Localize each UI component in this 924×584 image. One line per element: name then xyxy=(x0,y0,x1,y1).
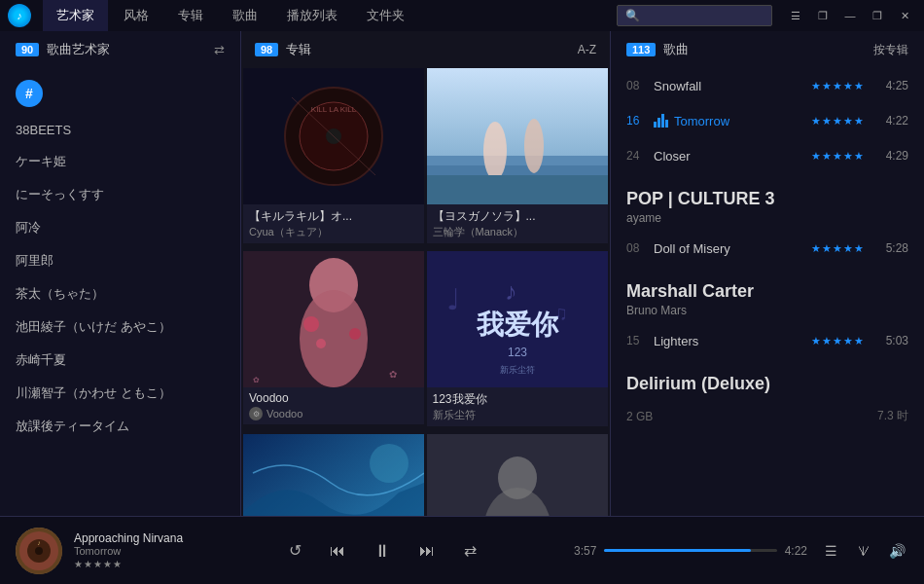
artist-name-3: 阿冷 xyxy=(16,219,41,237)
artist-item-0[interactable]: 38BEETS xyxy=(0,115,240,145)
now-playing-info: Approaching Nirvana Tomorrow ★ ★ ★ ★ ★ xyxy=(74,531,191,569)
nav-tab-song[interactable]: 歌曲 xyxy=(219,0,271,31)
equalizer-button[interactable]: ⩛ xyxy=(852,539,875,563)
song-group-marshall: Marshall Carter Bruno Mars 15 Lighters ★… xyxy=(611,270,924,358)
nav-tabs: 艺术家 风格 专辑 歌曲 播放列表 文件夹 xyxy=(43,0,609,31)
queue-button[interactable]: ☰ xyxy=(819,539,842,563)
album-cell-4[interactable] xyxy=(243,434,424,516)
artists-title: 歌曲艺术家 xyxy=(47,41,110,58)
song-group-main: 08 Snowfall ★ ★ ★ ★ ★ 4:25 16 xyxy=(611,68,924,173)
song-stars-doll: ★ ★ ★ ★ ★ xyxy=(811,242,864,255)
song-duration-doll: 5:28 xyxy=(873,241,908,255)
minimize-button[interactable]: — xyxy=(838,6,862,25)
nav-tab-folder[interactable]: 文件夹 xyxy=(353,0,418,31)
az-sort-button[interactable]: A-Z xyxy=(578,43,596,56)
artist-item-4[interactable]: 阿里郎 xyxy=(0,244,240,277)
nav-tab-playlist[interactable]: 播放列表 xyxy=(273,0,351,31)
song-item-doll[interactable]: 08 Doll of Misery ★ ★ ★ ★ ★ 5:28 xyxy=(611,231,924,266)
artist-item-2[interactable]: にーそっくすす xyxy=(0,178,240,211)
song-num-0: 08 xyxy=(626,79,654,92)
song-item-closer[interactable]: 24 Closer ★ ★ ★ ★ ★ 4:29 xyxy=(611,138,924,173)
song-name-doll: Doll of Misery xyxy=(654,241,801,256)
albums-grid: KILL LA KILL 【キルラキル】オ... Cyua（キュア） xyxy=(241,68,610,516)
artists-header: 90 歌曲艺术家 ⇄ xyxy=(0,31,240,68)
app-logo: ♪ xyxy=(8,4,31,27)
storage-label: 2 GB xyxy=(626,410,653,423)
total-time: 4:22 xyxy=(785,544,807,558)
progress-area[interactable] xyxy=(604,549,776,552)
artists-header-left: 90 歌曲艺术家 xyxy=(16,41,110,58)
song-num-lighters: 15 xyxy=(626,334,654,347)
song-group-delirium: Delirium (Deluxe) xyxy=(611,362,924,396)
svg-point-36 xyxy=(35,547,43,555)
nav-tab-album[interactable]: 专辑 xyxy=(164,0,217,31)
nav-tab-artist[interactable]: 艺术家 xyxy=(43,0,108,31)
artists-count: 90 xyxy=(16,43,39,56)
song-item-tomorrow[interactable]: 16 Tomorrow ★ ★ ★ ★ ★ 4:22 xyxy=(611,103,924,138)
artist-name-6: 池田綾子（いけだ あやこ） xyxy=(16,318,171,336)
title-bar: ♪ 艺术家 风格 专辑 歌曲 播放列表 文件夹 🔍 ☰ ❐ — ❐ ✕ xyxy=(0,0,924,31)
albums-title: 专辑 xyxy=(286,41,311,58)
song-item-snowfall[interactable]: 08 Snowfall ★ ★ ★ ★ ★ 4:25 xyxy=(611,68,924,103)
volume-button[interactable]: 🔊 xyxy=(885,539,908,563)
artist-name-2: にーそっくすす xyxy=(16,186,104,203)
artist-name-8: 川瀬智子（かわせ ともこ） xyxy=(16,384,171,402)
prev-button[interactable]: ⏮ xyxy=(324,537,351,565)
albums-panel: 98 专辑 A-Z KILL LA KILL xyxy=(241,31,611,516)
copy-button[interactable]: ❐ xyxy=(811,6,835,25)
song-stars-1: ★ ★ ★ ★ ★ xyxy=(811,115,864,128)
songs-title: 歌曲 xyxy=(663,41,689,58)
songs-header: 113 歌曲 按专辑 xyxy=(611,31,924,68)
album-section-subtitle-1: Bruno Mars xyxy=(611,304,924,323)
album-section-subtitle-0: ayame xyxy=(611,211,924,231)
albums-count: 98 xyxy=(255,43,278,56)
artist-item-6[interactable]: 池田綾子（いけだ あやこ） xyxy=(0,310,240,344)
artist-item-1[interactable]: ケーキ姫 xyxy=(0,145,240,178)
repeat-button[interactable]: ↺ xyxy=(281,537,308,565)
song-name-1: Tomorrow xyxy=(674,114,801,128)
title-bar-controls: ☰ ❐ — ❐ ✕ xyxy=(784,6,916,25)
artist-list: # 38BEETS ケーキ姫 にーそっくすす 阿冷 阿里郎 茶太（ちゃた） 池田… xyxy=(0,68,240,447)
menu-button[interactable]: ☰ xyxy=(784,6,807,25)
song-duration-lighters: 5:03 xyxy=(873,334,908,347)
artist-name-5: 茶太（ちゃた） xyxy=(16,285,104,303)
main-content: 90 歌曲艺术家 ⇄ # 38BEETS ケーキ姫 にーそっくすす 阿冷 阿里郎 xyxy=(0,31,924,516)
next-button[interactable]: ⏭ xyxy=(413,537,441,565)
artist-item-9[interactable]: 放課後ティータイム xyxy=(0,410,240,443)
album-cell-0[interactable]: KILL LA KILL 【キルラキル】オ... Cyua（キュア） xyxy=(243,68,424,249)
song-item-lighters[interactable]: 15 Lighters ★ ★ ★ ★ ★ 5:03 xyxy=(611,323,924,358)
np-artist-name: Tomorrow xyxy=(74,545,191,557)
search-bar[interactable]: 🔍 xyxy=(617,5,772,26)
album-cell-2[interactable]: ✿ ✿ Voodoo ⚙ Voodoo xyxy=(243,251,424,432)
player-bar: ♪ Approaching Nirvana Tomorrow ★ ★ ★ ★ ★… xyxy=(0,516,924,584)
artist-item-hash[interactable]: # xyxy=(0,72,240,115)
song-name-0: Snowfall xyxy=(654,79,801,93)
np-stars: ★ ★ ★ ★ ★ xyxy=(74,559,191,569)
nav-tab-style[interactable]: 风格 xyxy=(110,0,162,31)
pause-button[interactable]: ⏸ xyxy=(367,535,398,566)
player-right-controls: ☰ ⩛ 🔊 xyxy=(819,539,908,563)
current-time: 3:57 xyxy=(574,544,596,558)
thumbnail-art: ♪ xyxy=(16,528,62,574)
shuffle-button[interactable]: ⇄ xyxy=(456,537,483,565)
artist-item-3[interactable]: 阿冷 xyxy=(0,211,240,244)
album-cell-3[interactable]: ♩ ♪ ♫ 我爱你 123 新乐尘符 123我爱你 新乐尘符 xyxy=(427,251,608,432)
artist-item-8[interactable]: 川瀬智子（かわせ ともこ） xyxy=(0,377,240,410)
song-stars-2: ★ ★ ★ ★ ★ xyxy=(811,150,864,163)
artist-item-7[interactable]: 赤崎千夏 xyxy=(0,344,240,377)
shuffle-icon[interactable]: ⇄ xyxy=(214,43,225,57)
maximize-button[interactable]: ❐ xyxy=(866,6,889,25)
song-duration-0: 4:25 xyxy=(873,79,908,92)
song-stars-0: ★ ★ ★ ★ ★ xyxy=(811,80,864,92)
progress-section: 3:57 4:22 xyxy=(574,544,807,558)
bottom-info: 2 GB 7.3 时 xyxy=(611,400,924,432)
artist-item-5[interactable]: 茶太（ちゃた） xyxy=(0,277,240,310)
artist-name-0: 38BEETS xyxy=(16,123,71,137)
album-cell-1[interactable]: 【ヨスガノソラ】... 三輪学（Manack） xyxy=(427,68,608,249)
hash-badge: # xyxy=(16,80,43,107)
by-album-button[interactable]: 按专辑 xyxy=(873,42,908,58)
close-button[interactable]: ✕ xyxy=(893,6,916,25)
np-song-title: Approaching Nirvana xyxy=(74,531,191,545)
progress-track[interactable] xyxy=(604,549,776,552)
album-cell-5[interactable] xyxy=(427,434,608,516)
